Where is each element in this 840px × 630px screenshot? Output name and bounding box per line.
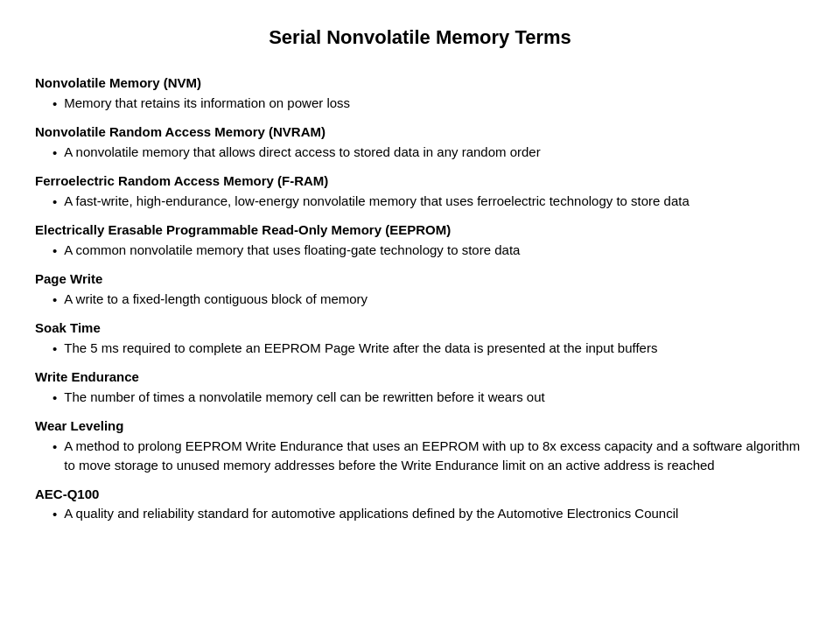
bullet-icon: • <box>52 505 57 525</box>
term-block-page-write: Page Write•A write to a fixed-length con… <box>35 270 805 310</box>
bullet-icon: • <box>52 144 57 164</box>
term-name-write-endurance: Write Endurance <box>35 368 805 388</box>
term-definition-page-write: A write to a fixed-length contiguous blo… <box>64 290 805 310</box>
term-block-wear-leveling: Wear Leveling•A method to prolong EEPROM… <box>35 416 805 476</box>
term-block-write-endurance: Write Endurance•The number of times a no… <box>35 368 805 408</box>
term-definition-nvram: A nonvolatile memory that allows direct … <box>64 143 805 163</box>
term-name-soak-time: Soak Time <box>35 318 805 339</box>
term-block-aec-q100: AEC-Q100•A quality and reliability stand… <box>35 485 805 525</box>
term-name-aec-q100: AEC-Q100 <box>35 485 805 505</box>
terms-list: Nonvolatile Memory (NVM)•Memory that ret… <box>35 74 805 525</box>
term-block-fram: Ferroelectric Random Access Memory (F-RA… <box>35 172 805 212</box>
bullet-icon: • <box>52 438 57 458</box>
term-def-fram: •A fast-write, high-endurance, low-energ… <box>52 192 805 213</box>
term-def-nvram: •A nonvolatile memory that allows direct… <box>52 143 805 164</box>
term-name-wear-leveling: Wear Leveling <box>35 416 805 437</box>
term-name-page-write: Page Write <box>35 270 805 290</box>
term-def-eeprom: •A common nonvolatile memory that uses f… <box>52 241 805 262</box>
term-block-eeprom: Electrically Erasable Programmable Read-… <box>35 220 805 261</box>
term-definition-eeprom: A common nonvolatile memory that uses fl… <box>64 241 805 261</box>
term-definition-aec-q100: A quality and reliability standard for a… <box>64 504 805 524</box>
term-def-write-endurance: •The number of times a nonvolatile memor… <box>52 388 805 409</box>
page-title: Serial Nonvolatile Memory Terms <box>35 26 805 49</box>
term-def-nvm: •Memory that retains its information on … <box>52 94 805 115</box>
term-definition-fram: A fast-write, high-endurance, low-energy… <box>64 192 805 212</box>
bullet-icon: • <box>52 340 57 360</box>
term-name-eeprom: Electrically Erasable Programmable Read-… <box>35 220 805 241</box>
term-definition-nvm: Memory that retains its information on p… <box>64 94 805 114</box>
term-name-nvm: Nonvolatile Memory (NVM) <box>35 74 805 94</box>
term-block-nvm: Nonvolatile Memory (NVM)•Memory that ret… <box>35 74 805 114</box>
term-definition-write-endurance: The number of times a nonvolatile memory… <box>64 388 805 408</box>
term-def-wear-leveling: •A method to prolong EEPROM Write Endura… <box>52 437 805 476</box>
term-name-fram: Ferroelectric Random Access Memory (F-RA… <box>35 172 805 192</box>
bullet-icon: • <box>52 242 57 262</box>
term-name-nvram: Nonvolatile Random Access Memory (NVRAM) <box>35 122 805 143</box>
bullet-icon: • <box>52 94 57 115</box>
term-def-soak-time: •The 5 ms required to complete an EEPROM… <box>52 339 805 360</box>
term-def-aec-q100: •A quality and reliability standard for … <box>52 504 805 525</box>
term-definition-soak-time: The 5 ms required to complete an EEPROM … <box>64 339 805 359</box>
term-block-nvram: Nonvolatile Random Access Memory (NVRAM)… <box>35 122 805 163</box>
term-def-page-write: •A write to a fixed-length contiguous bl… <box>52 290 805 311</box>
bullet-icon: • <box>52 388 57 409</box>
term-block-soak-time: Soak Time•The 5 ms required to complete … <box>35 318 805 359</box>
bullet-icon: • <box>52 192 57 213</box>
bullet-icon: • <box>52 290 57 311</box>
term-definition-wear-leveling: A method to prolong EEPROM Write Enduran… <box>64 437 805 476</box>
